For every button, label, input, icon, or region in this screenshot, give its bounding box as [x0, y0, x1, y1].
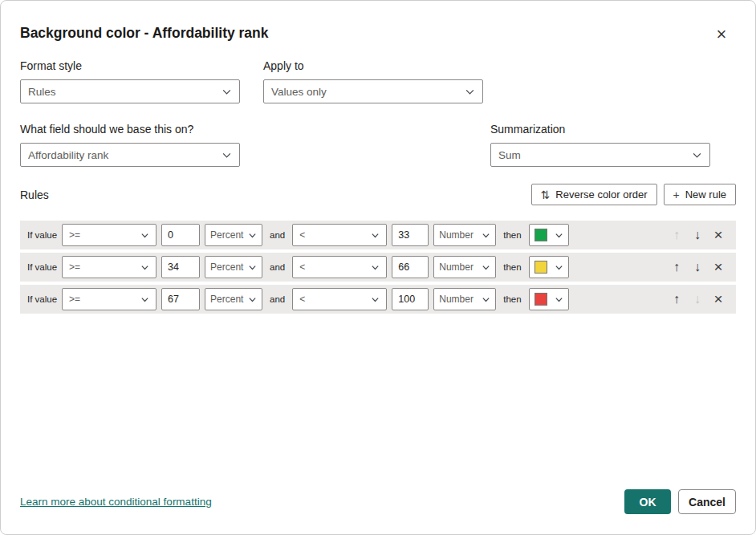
- base-field-field: What field should we base this on? Affor…: [20, 123, 240, 167]
- chevron-down-icon: [482, 231, 490, 240]
- new-rule-button[interactable]: + New rule: [664, 184, 736, 205]
- apply-to-field: Apply to Values only: [263, 59, 483, 103]
- rule-value2-input[interactable]: [392, 288, 429, 310]
- rule-operator2-select[interactable]: <: [292, 288, 387, 310]
- rule-value1-input[interactable]: [161, 224, 200, 246]
- rule-unit2-select[interactable]: Number: [433, 224, 496, 246]
- chevron-down-icon: [465, 87, 475, 97]
- chevron-down-icon: [248, 231, 257, 240]
- rule-unit1-select[interactable]: Percent: [205, 256, 262, 278]
- rule-color-swatch: [534, 293, 547, 306]
- and-label: and: [270, 294, 285, 304]
- rule-operator1-select[interactable]: >=: [62, 288, 156, 310]
- format-style-select[interactable]: Rules: [20, 79, 240, 103]
- close-icon[interactable]: ×: [709, 22, 734, 47]
- ok-button[interactable]: OK: [624, 489, 671, 514]
- summarization-select[interactable]: Sum: [490, 143, 710, 167]
- format-style-label: Format style: [20, 59, 240, 72]
- rule-color-swatch: [534, 229, 547, 241]
- rule-unit1-select[interactable]: Percent: [205, 288, 262, 310]
- chevron-down-icon: [482, 263, 490, 272]
- chevron-down-icon: [222, 87, 232, 97]
- rule-value2-input[interactable]: [392, 256, 429, 278]
- cancel-button[interactable]: Cancel: [678, 489, 736, 514]
- chevron-down-icon: [140, 231, 149, 240]
- move-rule-up-button: ↑: [666, 225, 687, 245]
- move-rule-down-button[interactable]: ↓: [687, 257, 708, 278]
- learn-more-link[interactable]: Learn more about conditional formatting: [20, 496, 212, 508]
- base-field-select[interactable]: Affordability rank: [20, 143, 240, 167]
- rules-buttons: ⇅ Reverse color order + New rule: [531, 184, 736, 205]
- move-rule-up-button[interactable]: ↑: [666, 257, 687, 278]
- apply-to-label: Apply to: [263, 59, 483, 72]
- reverse-order-icon: ⇅: [541, 188, 551, 201]
- rule-color-select[interactable]: [529, 224, 569, 246]
- chevron-down-icon: [371, 295, 380, 304]
- rule-operator2-select[interactable]: <: [292, 224, 387, 246]
- rule-color-select[interactable]: [529, 256, 569, 278]
- footer-buttons: OK Cancel: [624, 489, 736, 514]
- chevron-down-icon: [371, 263, 380, 272]
- if-value-label: If value: [27, 230, 57, 240]
- delete-rule-button[interactable]: ×: [708, 289, 729, 310]
- chevron-down-icon: [482, 295, 490, 304]
- reverse-color-order-label: Reverse color order: [555, 188, 647, 201]
- delete-rule-button[interactable]: ×: [708, 257, 729, 278]
- rules-section-label: Rules: [20, 188, 49, 201]
- move-rule-down-button: ↓: [687, 289, 708, 310]
- rule-operator1-select[interactable]: >=: [62, 256, 156, 278]
- delete-icon: ×: [713, 290, 722, 307]
- plus-icon: +: [673, 188, 680, 201]
- dialog-footer: Learn more about conditional formatting …: [20, 489, 736, 514]
- if-value-label: If value: [27, 294, 57, 304]
- delete-icon: ×: [713, 258, 722, 275]
- then-label: then: [503, 230, 521, 240]
- field-summarization-row: What field should we base this on? Affor…: [20, 123, 736, 167]
- rule-color-swatch: [534, 261, 547, 274]
- summarization-field: Summarization Sum: [490, 123, 710, 167]
- and-label: and: [270, 230, 285, 240]
- move-rule-up-button[interactable]: ↑: [666, 289, 687, 310]
- move-rule-down-button[interactable]: ↓: [687, 225, 708, 245]
- new-rule-label: New rule: [685, 188, 726, 201]
- base-field-label: What field should we base this on?: [20, 123, 240, 136]
- chevron-down-icon: [555, 295, 563, 304]
- rule-unit2-select[interactable]: Number: [433, 256, 496, 278]
- delete-icon: ×: [713, 226, 722, 243]
- move-up-icon: ↑: [673, 228, 680, 241]
- reverse-color-order-button[interactable]: ⇅ Reverse color order: [531, 184, 657, 205]
- rule-row: If value >= Percent and < Number: [20, 285, 736, 314]
- rule-value1-input[interactable]: [161, 288, 200, 310]
- rule-value1-input[interactable]: [161, 256, 200, 278]
- rule-operator1-select[interactable]: >=: [62, 224, 156, 246]
- chevron-down-icon: [371, 231, 380, 240]
- chevron-down-icon: [555, 231, 563, 240]
- if-value-label: If value: [27, 262, 57, 272]
- move-up-icon: ↑: [673, 260, 680, 274]
- move-down-icon: ↓: [694, 292, 701, 306]
- rules-list: If value >= Percent and < Number: [20, 221, 736, 314]
- chevron-down-icon: [248, 263, 257, 272]
- chevron-down-icon: [140, 295, 149, 304]
- rules-header: Rules ⇅ Reverse color order + New rule: [20, 184, 736, 205]
- then-label: then: [503, 262, 521, 272]
- chevron-down-icon: [555, 263, 563, 272]
- dialog-title: Background color - Affordability rank: [20, 25, 736, 42]
- rule-value2-input[interactable]: [392, 224, 429, 246]
- apply-to-select[interactable]: Values only: [263, 79, 483, 103]
- conditional-formatting-dialog: × Background color - Affordability rank …: [0, 0, 756, 535]
- rule-color-select[interactable]: [529, 288, 569, 310]
- chevron-down-icon: [222, 150, 232, 160]
- rule-unit1-select[interactable]: Percent: [205, 224, 262, 246]
- rule-unit2-select[interactable]: Number: [433, 288, 496, 310]
- chevron-down-icon: [140, 263, 149, 272]
- move-down-icon: ↓: [694, 228, 701, 241]
- rule-row: If value >= Percent and < Number: [20, 221, 736, 249]
- rule-operator2-select[interactable]: <: [292, 256, 387, 278]
- chevron-down-icon: [692, 150, 702, 160]
- move-up-icon: ↑: [673, 292, 680, 306]
- summarization-label: Summarization: [490, 123, 710, 136]
- then-label: then: [503, 294, 521, 304]
- and-label: and: [270, 262, 285, 272]
- delete-rule-button[interactable]: ×: [708, 225, 729, 245]
